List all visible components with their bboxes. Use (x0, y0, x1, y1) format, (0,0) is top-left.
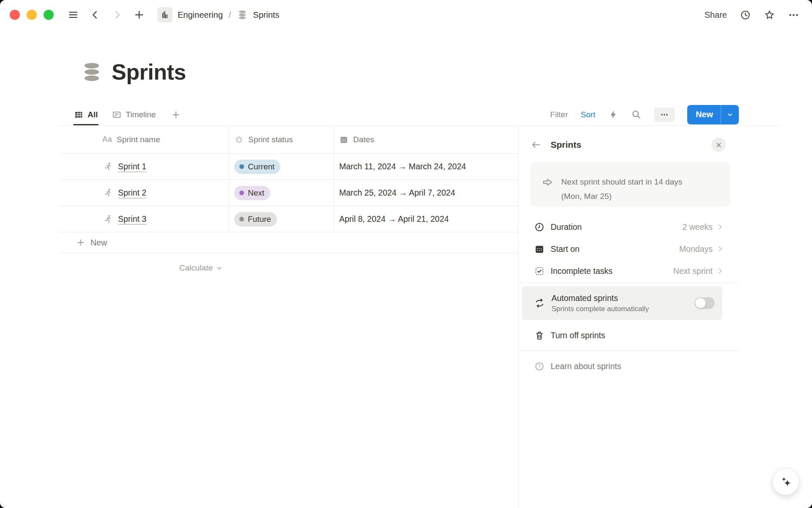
setting-duration[interactable]: Duration 2 weeks (530, 216, 730, 238)
table-view-icon (74, 110, 83, 119)
sprint-name-cell[interactable]: Sprint 2 (59, 180, 229, 206)
automated-sprints-row[interactable]: Automated sprints Sprints complete autom… (522, 286, 722, 320)
view-toolbar: Filter Sort New (550, 105, 739, 124)
dates-cell[interactable]: March 25, 2024 → April 7, 2024 (334, 180, 518, 206)
table-row: Sprint 1 Current March 11, 2024 → March … (59, 154, 518, 180)
calculate-label: Calculate (179, 263, 213, 273)
new-row-button[interactable]: New (59, 232, 518, 253)
turn-off-sprints-button[interactable]: Turn off sprints (530, 320, 730, 351)
learn-about-sprints-label: Learn about sprints (551, 362, 621, 371)
runner-icon (103, 188, 113, 198)
breadcrumb-page[interactable]: Sprints (253, 10, 279, 20)
teamspace-icon[interactable] (157, 7, 173, 22)
column-header-sprint-name[interactable]: Aa Sprint name (59, 126, 229, 153)
learn-about-sprints-link[interactable]: ? Learn about sprints (530, 351, 730, 381)
share-button[interactable]: Share (705, 10, 727, 20)
view-options-icon[interactable] (654, 108, 675, 122)
setting-label: Start on (551, 244, 579, 254)
new-record-label[interactable]: New (687, 110, 721, 119)
view-bar: All Timeline Filter Sort (73, 104, 739, 125)
search-icon[interactable] (631, 109, 642, 120)
forward-icon[interactable] (112, 9, 123, 20)
status-badge[interactable]: Future (234, 212, 277, 226)
ai-assistant-button[interactable] (772, 468, 799, 495)
sprint-status-cell[interactable]: Next (229, 180, 334, 206)
chevron-right-icon (717, 246, 724, 252)
new-record-dropdown-icon[interactable] (721, 111, 739, 119)
tab-timeline[interactable]: Timeline (111, 104, 156, 125)
status-label: Next (248, 188, 264, 198)
text-property-icon: Aa (102, 135, 112, 144)
setting-start-on[interactable]: Start on Mondays (530, 238, 730, 260)
minimize-window-button[interactable] (27, 10, 37, 20)
setting-incomplete-tasks[interactable]: Incomplete tasks Next sprint (530, 260, 730, 282)
new-page-icon[interactable] (134, 9, 145, 20)
setting-value: Mondays (679, 244, 713, 254)
timeline-view-icon (112, 110, 121, 119)
close-window-button[interactable] (10, 10, 20, 20)
arrow-right-outline-icon (542, 176, 554, 188)
fullscreen-window-button[interactable] (44, 10, 54, 20)
sprint-name-cell[interactable]: Sprint 3 (59, 206, 229, 232)
column-label: Sprint status (248, 135, 293, 144)
breadcrumb-separator: / (229, 10, 231, 20)
status-label: Future (248, 215, 271, 224)
status-label: Current (248, 162, 274, 171)
column-header-sprint-status[interactable]: Sprint status (229, 126, 334, 153)
new-record-button[interactable]: New (687, 105, 739, 124)
setting-value: Next sprint (673, 266, 713, 276)
notice-line-2: (Mon, Mar 25) (561, 189, 682, 204)
dashed-checkbox-icon (534, 266, 545, 276)
status-dot (239, 190, 244, 195)
sidebar-toggle-icon[interactable] (68, 9, 79, 20)
sprint-page-link[interactable]: Sprint 3 (118, 214, 146, 224)
runner-icon (103, 214, 113, 224)
setting-value: 2 weeks (682, 222, 713, 232)
column-label: Dates (353, 135, 374, 144)
automated-sprints-toggle[interactable] (694, 297, 715, 309)
sprint-status-cell[interactable]: Future (229, 206, 334, 232)
favorite-star-icon[interactable] (764, 9, 775, 21)
dates-cell[interactable]: April 8, 2024 → April 21, 2024 (334, 206, 518, 232)
runner-icon (103, 162, 113, 171)
sprint-page-link[interactable]: Sprint 2 (118, 188, 146, 198)
column-header-dates[interactable]: Dates (334, 126, 518, 153)
status-property-icon (234, 135, 244, 144)
chevron-right-icon (717, 268, 724, 274)
sprint-page-link[interactable]: Sprint 1 (118, 162, 146, 171)
back-icon[interactable] (90, 9, 101, 20)
breadcrumb: Engineering / Sprints (157, 7, 280, 22)
automated-sprints-subtitle: Sprints complete automatically (551, 305, 649, 313)
status-badge[interactable]: Current (234, 160, 280, 174)
question-circle-icon: ? (534, 361, 545, 372)
more-options-icon[interactable] (788, 9, 799, 21)
turn-off-sprints-label: Turn off sprints (551, 331, 605, 340)
filter-button[interactable]: Filter (550, 110, 568, 119)
sort-button[interactable]: Sort (581, 110, 595, 119)
table-header-row: Aa Sprint name Sprint status Dates (59, 126, 518, 154)
history-clock-icon[interactable] (740, 9, 751, 21)
panel-back-icon[interactable] (530, 139, 541, 150)
date-property-icon (339, 135, 348, 144)
status-dot (239, 164, 244, 169)
notion-window: Engineering / Sprints Share (0, 0, 812, 508)
sprint-status-cell[interactable]: Current (229, 154, 334, 179)
database-page-icon[interactable] (80, 61, 103, 83)
tab-all[interactable]: All (73, 104, 99, 125)
sparkles-icon (779, 475, 793, 489)
sprint-name-cell[interactable]: Sprint 1 (59, 154, 229, 179)
tab-all-label: All (88, 110, 98, 119)
calendar-icon (534, 244, 545, 254)
add-view-icon[interactable] (171, 110, 181, 120)
automated-sprints-label: Automated sprints (551, 293, 649, 303)
status-badge[interactable]: Next (234, 186, 270, 200)
toggle-knob (695, 298, 705, 308)
automations-bolt-icon[interactable] (608, 110, 618, 120)
breadcrumb-team[interactable]: Engineering (178, 10, 223, 20)
trash-icon (534, 330, 545, 341)
dates-cell[interactable]: March 11, 2024 → March 24, 2024 (334, 154, 518, 179)
next-sprint-notice: Next sprint should start in 14 days (Mon… (530, 162, 730, 207)
panel-close-icon[interactable] (711, 138, 726, 152)
plus-icon (76, 238, 85, 247)
calculate-dropdown[interactable]: Calculate (59, 253, 229, 283)
